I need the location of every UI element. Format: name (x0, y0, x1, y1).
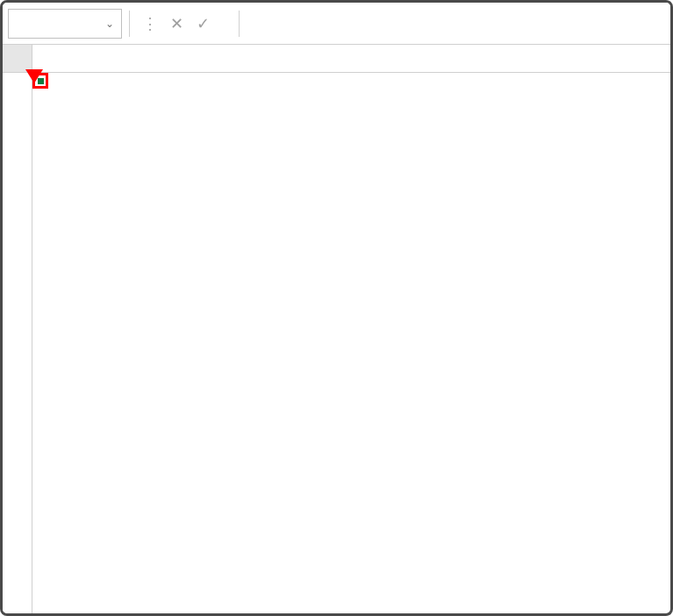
check-icon[interactable]: ✓ (191, 12, 214, 35)
spreadsheet (3, 45, 670, 613)
formula-input[interactable] (247, 14, 665, 33)
grid (32, 45, 670, 613)
separator (129, 11, 130, 37)
column-headers (32, 45, 670, 73)
formula-bar: ⌄ ⋮ ✕ ✓ (3, 3, 670, 45)
name-box[interactable]: ⌄ (8, 9, 122, 39)
row-headers (3, 45, 32, 613)
cancel-icon[interactable]: ✕ (165, 12, 188, 35)
dots-icon: ⋮ (142, 14, 158, 33)
separator (239, 11, 240, 37)
chevron-down-icon[interactable]: ⌄ (105, 18, 114, 30)
